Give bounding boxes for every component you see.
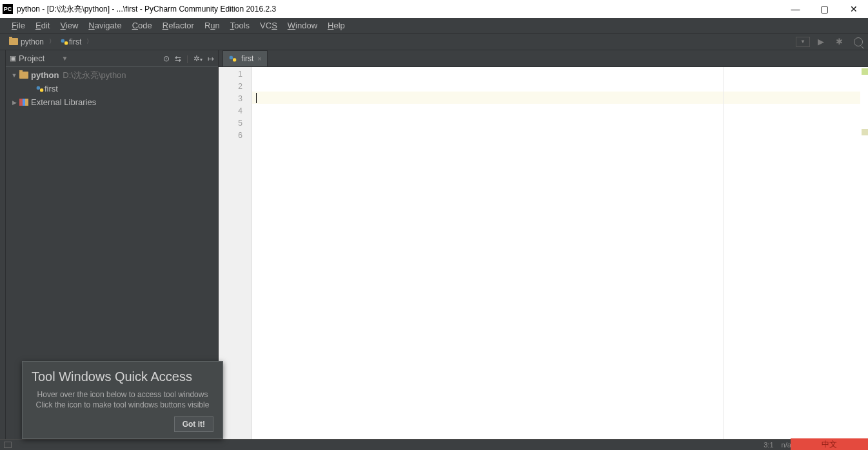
project-tree: ▼ python D:\沈永亮\python first ▶ External … [6,67,218,439]
line-number: 5 [219,117,242,130]
folder-icon [19,72,28,79]
settings-icon[interactable]: ✲▾ [193,54,202,63]
line-number: 1 [219,68,242,81]
chevron-right-icon: 〉 [49,37,55,46]
menu-help[interactable]: Help [322,19,350,32]
collapse-all-icon[interactable]: ⊙ [163,54,170,63]
chevron-right-icon: 〉 [86,37,92,46]
tree-root[interactable]: ▼ python D:\沈永亮\python [6,68,218,82]
code-editor[interactable]: 1 2 3 4 5 6 [219,67,868,439]
line-number: 4 [219,105,242,117]
breadcrumb-root-label: python [21,37,44,46]
window-titlebar: PC python - [D:\沈永亮\python] - ...\first … [0,0,868,18]
tip-title: Tool Windows Quick Access [32,369,213,384]
got-it-button[interactable]: Got it! [174,416,213,432]
menu-edit[interactable]: Edit [30,19,55,32]
editor-area: first × 1 2 3 4 5 6 [219,50,868,439]
menu-tools[interactable]: Tools [225,19,255,32]
right-margin-line [723,67,724,439]
app-icon: PC [3,4,13,14]
status-bar: 3:1 n/a UTF-8 ⋮ 🔒 ⊡ [0,439,868,450]
python-file-icon [228,54,237,63]
svg-rect-1 [64,41,68,44]
project-panel-icon: ▣ [10,54,16,63]
main-menu: File Edit View Navigate Code Refactor Ru… [0,18,868,34]
search-everywhere-icon[interactable] [854,37,863,46]
project-panel-header: ▣ Project ▼ ⊙ ⇆ | ✲▾ ↦ [6,50,218,67]
window-title: python - [D:\沈永亮\python] - ...\first - P… [17,4,781,15]
project-tool-window: ▣ Project ▼ ⊙ ⇆ | ✲▾ ↦ ▼ python D:\沈永亮\p… [6,50,219,439]
tool-window-left-strip[interactable] [0,50,6,439]
libraries-icon [19,99,28,106]
marker[interactable] [862,129,868,135]
editor-tabs: first × [219,50,868,67]
menu-navigate[interactable]: Navigate [83,19,126,32]
svg-rect-0 [61,39,64,42]
ime-badge[interactable]: 中文 [791,438,868,450]
menu-refactor[interactable]: Refactor [157,19,199,32]
tree-expander-icon[interactable]: ▶ [11,99,17,106]
code-area[interactable] [252,67,860,439]
svg-rect-4 [230,56,233,59]
current-line [252,92,860,104]
project-panel-title: Project [19,54,44,63]
svg-rect-5 [233,58,236,61]
menu-run[interactable]: Run [199,19,225,32]
tree-file-first[interactable]: first [6,82,218,95]
tree-root-label: python [31,70,59,80]
status-caret-pos[interactable]: 3:1 [764,441,773,449]
menu-window[interactable]: Window [282,19,322,32]
hide-panel-icon[interactable]: ↦ [208,54,214,63]
tree-file-label: first [44,84,58,93]
menu-view[interactable]: View [55,19,83,32]
svg-rect-3 [40,88,43,92]
breadcrumb-file-label: first [69,37,81,46]
tip-line1: Hover over the icon below to access tool… [32,389,213,400]
navigation-bar: python 〉 first 〉 ▼ ▶ ✱ [0,34,868,50]
run-button[interactable]: ▶ [818,37,828,47]
menu-code[interactable]: Code [127,19,157,32]
breadcrumb-file[interactable]: first [56,36,85,48]
line-number: 2 [219,81,242,93]
menu-file[interactable]: File [6,19,30,32]
debug-button[interactable]: ✱ [836,37,846,47]
window-maximize-button[interactable]: ▢ [810,0,839,18]
close-tab-icon[interactable]: × [257,55,261,63]
tip-line2: Click the icon to make tool windows butt… [32,400,213,410]
editor-tab-label: first [241,54,253,63]
tree-expander-icon[interactable]: ▼ [11,72,17,79]
tip-popup: Tool Windows Quick Access Hover over the… [22,361,223,439]
tree-external-label: External Libraries [31,97,96,107]
editor-gutter: 1 2 3 4 5 6 [219,67,252,439]
error-stripe[interactable] [860,67,868,439]
window-minimize-button[interactable]: — [781,0,810,18]
status-line-sep[interactable]: n/a [782,441,791,449]
tree-external-libraries[interactable]: ▶ External Libraries [6,95,218,109]
scroll-to-source-icon[interactable]: ⇆ [175,54,181,63]
tool-windows-toggle-icon[interactable] [4,442,12,448]
folder-icon [9,38,18,45]
menu-vcs[interactable]: VCS [255,19,282,32]
python-file-icon [35,84,44,93]
line-number: 6 [219,130,242,142]
run-config-dropdown[interactable]: ▼ [796,37,810,47]
python-file-icon [60,37,69,46]
window-close-button[interactable]: ✕ [839,0,868,18]
text-caret [256,93,257,103]
breadcrumb-root[interactable]: python [5,36,48,48]
svg-rect-2 [37,86,40,89]
editor-tab-first[interactable]: first × [222,50,268,66]
inspection-indicator[interactable] [862,68,868,75]
tree-root-path: D:\沈永亮\python [63,70,126,81]
line-number: 3 [219,93,242,105]
project-view-dropdown[interactable]: ▼ [61,55,68,62]
